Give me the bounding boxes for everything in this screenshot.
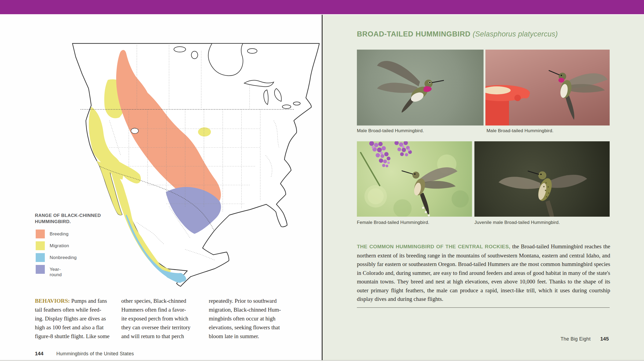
photo-caption: Juvenile male Broad-tailed Hummingbird. bbox=[474, 220, 560, 225]
photo-male-broad-tailed-hovering bbox=[357, 50, 484, 125]
book-title: Hummingbirds of the United States bbox=[56, 351, 134, 357]
north-america-map bbox=[40, 40, 321, 294]
legend-label: Nonbreeding bbox=[50, 255, 77, 260]
page-bottom-edge bbox=[0, 360, 644, 361]
description-lead-in: THE COMMON HUMMINGBIRD OF THE CENTRAL RO… bbox=[357, 244, 510, 249]
behaviors-column-3: repeatedly. Prior to southward migration… bbox=[209, 297, 281, 341]
photo-caption: Male Broad-tailed Hummingbird. bbox=[486, 128, 554, 134]
hummingbird-illustration bbox=[357, 141, 472, 217]
photo-male-broad-tailed-feeder bbox=[485, 50, 610, 125]
behaviors-column-1: BEHAVIORS: Pumps and fans tail feathers … bbox=[35, 297, 109, 341]
hummingbird-illustration bbox=[485, 50, 610, 125]
legend-label: Migration bbox=[50, 243, 69, 249]
behaviors-column-2: other species, Black-chinned Hummers oft… bbox=[121, 297, 191, 341]
legend-title: RANGE OF BLACK-CHINNED HUMMINGBIRD. bbox=[35, 212, 123, 225]
photo-female-broad-tailed-flowers bbox=[357, 141, 472, 217]
legend-swatch-year-round bbox=[36, 265, 45, 274]
species-description: THE COMMON HUMMINGBIRD OF THE CENTRAL RO… bbox=[357, 242, 610, 304]
legend-swatch-migration bbox=[36, 241, 45, 250]
legend-swatch-breeding bbox=[36, 230, 45, 238]
section-title: The Big Eight bbox=[561, 336, 591, 342]
photo-caption: Female Broad-tailed Hummingbird. bbox=[357, 220, 429, 225]
range-map bbox=[40, 40, 321, 294]
flower-cluster bbox=[369, 141, 412, 167]
top-color-band bbox=[0, 0, 644, 14]
photo-caption: Male Broad-tailed Hummingbird. bbox=[357, 128, 424, 134]
species-binomial: (Selasphorus platycercus) bbox=[473, 30, 558, 38]
right-page-number: 145 bbox=[600, 336, 609, 342]
map-legend: RANGE OF BLACK-CHINNED HUMMINGBIRD. Bree… bbox=[35, 212, 123, 225]
left-page: RANGE OF BLACK-CHINNED HUMMINGBIRD. Bree… bbox=[0, 15, 322, 361]
species-name: BROAD-TAILED HUMMINGBIRD bbox=[357, 30, 470, 38]
species-heading: BROAD-TAILED HUMMINGBIRD (Selasphorus pl… bbox=[357, 30, 614, 38]
legend-label: Year-round bbox=[50, 267, 62, 278]
hummingbird-illustration bbox=[474, 141, 610, 217]
legend-swatch-nonbreeding bbox=[36, 253, 45, 262]
legend-label: Breeding bbox=[50, 231, 68, 237]
section-rule bbox=[357, 307, 610, 308]
photo-juvenile-male-broad-tailed bbox=[474, 141, 610, 217]
behaviors-label: BEHAVIORS: bbox=[35, 298, 70, 304]
book-spread: RANGE OF BLACK-CHINNED HUMMINGBIRD. Bree… bbox=[0, 0, 644, 362]
left-page-number: 144 bbox=[35, 351, 43, 357]
description-text: the Broad-tailed Hummingbird reaches the… bbox=[357, 243, 610, 302]
hummingbird-illustration bbox=[357, 50, 484, 125]
